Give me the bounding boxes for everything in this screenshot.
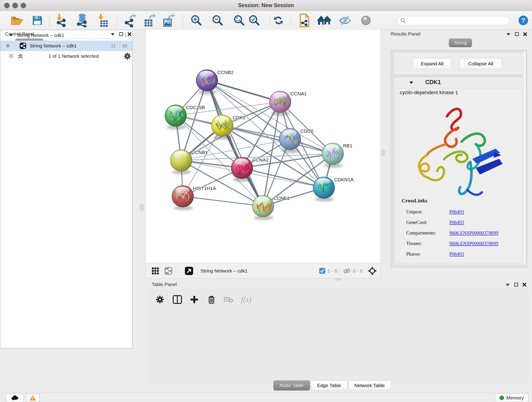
window-title: Session: New Session <box>0 2 532 8</box>
refresh-icon[interactable] <box>272 14 284 26</box>
results-content-box: Expand All Collapse All CDK1 cyclin-depe… <box>391 50 527 267</box>
graph-node-CDC6: CDC6 <box>279 128 313 153</box>
network-view-title: String Network – cdk1 <box>201 268 247 274</box>
tab-network-table[interactable]: Network Table <box>348 380 391 390</box>
tab-edge-table[interactable]: Edge Table <box>311 380 347 390</box>
delete-column-icon[interactable] <box>208 295 215 304</box>
network-row-label: String Network – cdk1 <box>30 43 76 49</box>
right-splitter-handle[interactable] <box>381 149 385 156</box>
title-bar: Session: New Session <box>0 0 532 11</box>
show-columns-icon[interactable] <box>173 295 182 304</box>
memory-button[interactable]: Memory <box>495 394 528 402</box>
network-edge-count: 48 <box>122 43 127 49</box>
crosslink-label: Pharos: <box>406 251 449 257</box>
svg-text:?: ? <box>521 17 525 24</box>
panel-close-icon[interactable] <box>523 32 527 36</box>
panel-close-icon[interactable] <box>522 283 526 287</box>
fit-selected-icon[interactable] <box>368 266 377 275</box>
network-tree: String Network – cdk1 1 String Network –… <box>0 30 133 348</box>
collapse-all-icon[interactable] <box>8 53 14 59</box>
crosslink-value[interactable]: P06493 <box>449 220 464 225</box>
panel-menu-icon[interactable] <box>506 32 511 36</box>
home-network-icon[interactable] <box>317 15 331 26</box>
selected-checkbox-icon[interactable] <box>319 268 325 274</box>
warning-status-button[interactable] <box>26 394 39 402</box>
gene-expander-icon[interactable] <box>409 81 413 84</box>
import-database-icon[interactable] <box>76 13 89 27</box>
gear-icon[interactable] <box>124 52 131 60</box>
save-icon[interactable] <box>32 15 43 26</box>
toolbar-divider <box>49 14 50 27</box>
export-table-icon[interactable] <box>143 13 156 27</box>
toolbar-divider <box>270 14 270 27</box>
import-network-icon[interactable] <box>55 13 68 27</box>
network-collection-count: 1 <box>124 32 127 38</box>
help-icon[interactable]: ? <box>518 15 529 26</box>
panel-float-icon[interactable] <box>514 283 518 287</box>
network-graph[interactable]: CCNB2CCNA1CDC25BCDK1CDC6RB1CCNB1CCNA2CDK… <box>146 30 380 263</box>
warning-icon <box>29 395 36 401</box>
crosslink-value[interactable]: P06493 <box>449 251 464 257</box>
show-sphere-icon[interactable] <box>360 15 372 26</box>
svg-text:CCNA2: CCNA2 <box>252 157 268 162</box>
network-canvas[interactable]: CCNB2CCNA1CDC25BCDK1CDC6RB1CCNB1CCNA2CDK… <box>145 30 381 263</box>
panel-float-icon[interactable] <box>515 32 519 36</box>
cloud-status-button[interactable] <box>6 394 24 402</box>
crosslink-value[interactable]: P06493 <box>449 209 464 215</box>
zoom-out-icon[interactable] <box>211 14 224 27</box>
birdseye-toggle-icon[interactable] <box>185 267 193 275</box>
grid-view-icon[interactable] <box>152 267 159 275</box>
divider <box>197 266 198 276</box>
graph-node-CCNA2: CCNA2 <box>231 157 268 182</box>
svg-text:HIST1H1A: HIST1H1A <box>193 186 216 191</box>
search-icon <box>400 18 406 23</box>
crosslinks-list: Uniprot:P06493 GeneCard:P06493 Compartme… <box>406 206 519 259</box>
network-node-count: 11 <box>111 43 116 49</box>
left-splitter-handle[interactable] <box>140 204 144 211</box>
collapse-all-button[interactable]: Collapse All <box>460 58 502 69</box>
table-container: f(x) shared namenamecanonical namedataba… <box>148 289 529 383</box>
svg-text:CCNE1: CCNE1 <box>273 196 290 201</box>
network-row[interactable]: String Network – cdk1 11 48 <box>0 41 132 51</box>
table-settings-gear-icon[interactable] <box>156 295 164 304</box>
hidden-eye-icon[interactable] <box>343 268 351 274</box>
tab-node-table[interactable]: Node Table <box>273 380 310 390</box>
network-view-icon[interactable] <box>164 267 172 275</box>
crosslink-value[interactable]: 9606.ENSP00000378699 <box>449 241 498 246</box>
share-document-icon[interactable] <box>298 13 310 27</box>
zoom-fit-icon[interactable] <box>233 14 245 27</box>
gene-name: CDK1 <box>425 79 441 85</box>
crosslink-value[interactable]: 9606.ENSP00000378699 <box>449 230 498 236</box>
gene-details-box: cyclin-dependent kinase 1 CrossLinks Uni… <box>395 88 523 263</box>
search-field[interactable] <box>397 16 510 25</box>
hide-eye-icon[interactable] <box>338 15 352 26</box>
app-window: Session: New Session <box>0 0 532 402</box>
expand-all-button[interactable]: Expand All <box>413 58 451 69</box>
export-network-icon[interactable] <box>124 13 137 27</box>
zoom-selected-icon[interactable] <box>248 14 260 27</box>
search-input[interactable] <box>408 18 506 24</box>
import-table-icon[interactable] <box>98 13 109 27</box>
network-view-toolbar: String Network – cdk1 1 - 0 0 - 0 <box>145 263 381 279</box>
graph-node-CCNA1: CCNA1 <box>269 91 307 116</box>
zoom-in-icon[interactable] <box>190 14 203 27</box>
table-toolbar: f(x) <box>148 289 529 310</box>
memory-label: Memory <box>506 395 524 401</box>
toolbar-divider <box>291 14 291 27</box>
results-panel-title: Results Panel <box>391 31 420 37</box>
svg-text:CCNB2: CCNB2 <box>217 70 234 75</box>
tree-expander-icon[interactable] <box>9 34 13 37</box>
results-scrollbar[interactable] <box>523 52 526 265</box>
panel-menu-icon[interactable] <box>505 283 510 286</box>
network-collection-row[interactable]: String Network – cdk1 1 <box>0 30 132 41</box>
tab-string[interactable]: String <box>449 38 472 47</box>
svg-text:CDK1: CDK1 <box>233 115 245 120</box>
open-folder-icon[interactable] <box>11 15 23 26</box>
expand-all-icon[interactable] <box>17 53 23 59</box>
status-bar: Memory <box>0 392 532 402</box>
control-panel: Control Panel NetworkStyleSelectSets 1 o… <box>0 30 138 392</box>
export-image-icon[interactable] <box>162 13 175 27</box>
table-tabs: Node Table Edge Table Network Table <box>273 380 392 390</box>
add-column-icon[interactable] <box>190 295 198 304</box>
graph-node-CCNE1: CCNE1 <box>252 196 290 220</box>
